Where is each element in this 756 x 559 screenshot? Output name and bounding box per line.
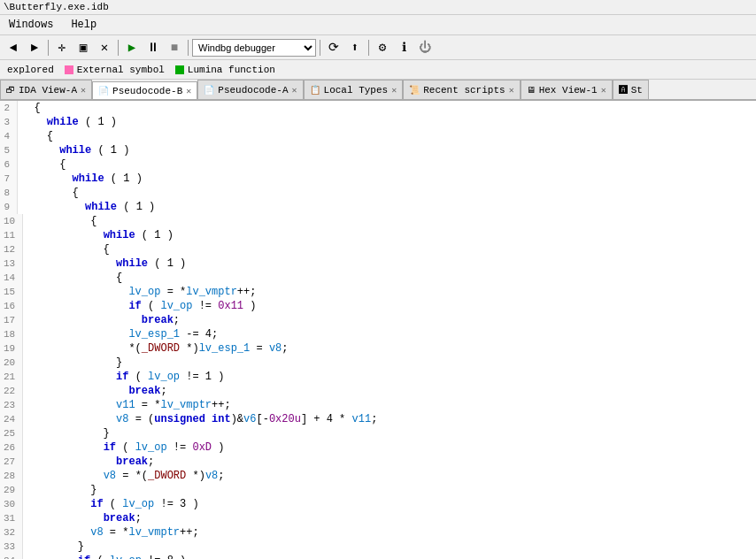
line-number: 2 — [0, 101, 18, 115]
line-number: 6 — [0, 157, 18, 172]
tab-local-types-icon: 📋 — [310, 85, 320, 96]
legend-lumina-function: Lumina function — [175, 65, 275, 75]
debugger-dropdown[interactable]: Windbg debugger — [192, 39, 316, 57]
line-content: while ( 1 ) — [18, 172, 143, 186]
toolbar-sep-2 — [118, 40, 119, 56]
tab-pseudocode-b[interactable]: 📄 Pseudocode-B ✕ — [92, 81, 197, 101]
tab-hex-view-1[interactable]: 🖥 Hex View-1 ✕ — [521, 80, 613, 99]
table-row: 29 } — [0, 483, 756, 497]
menu-help[interactable]: Help — [66, 17, 102, 33]
table-row: 8 { — [0, 186, 756, 200]
menu-windows[interactable]: Windows — [4, 17, 58, 33]
legend-bar: explored External symbol Lumina function — [0, 60, 756, 80]
tab-ida-view-a-close[interactable]: ✕ — [81, 85, 86, 96]
tab-pseudocode-a[interactable]: 📄 Pseudocode-A ✕ — [197, 80, 303, 99]
tab-pseudocode-b-close[interactable]: ✕ — [186, 86, 191, 96]
line-number: 12 — [0, 242, 23, 257]
line-content: } — [23, 356, 122, 370]
line-content: lv_op = *lv_vmptr++; — [23, 285, 256, 299]
table-row: 19 *(_DWORD *)lv_esp_1 = v8; — [0, 341, 756, 356]
line-number: 3 — [0, 115, 18, 129]
line-number: 34 — [0, 554, 23, 559]
line-number: 22 — [0, 384, 23, 398]
line-number: 16 — [0, 299, 23, 313]
line-number: 29 — [0, 483, 23, 497]
line-content: while ( 1 ) — [23, 257, 186, 271]
line-number: 32 — [0, 525, 23, 540]
toolbar-back-btn[interactable]: ◄ — [4, 38, 23, 57]
table-row: 25 } — [0, 426, 756, 440]
line-number: 7 — [0, 172, 18, 186]
toolbar-refresh-btn[interactable]: ⟳ — [324, 38, 343, 57]
tab-recent-scripts-close[interactable]: ✕ — [509, 85, 514, 96]
tab-recent-scripts[interactable]: 📜 Recent scripts ✕ — [403, 80, 520, 99]
line-content: v8 = *(_DWORD *)v8; — [23, 469, 224, 483]
line-number: 28 — [0, 469, 23, 483]
table-row: 10 { — [0, 214, 756, 228]
toolbar-pause-btn[interactable]: ⏸ — [143, 38, 163, 57]
line-number: 30 — [0, 497, 23, 511]
legend-external-symbol-label: External symbol — [77, 65, 165, 75]
title-text: \Butterfly.exe.idb — [4, 2, 109, 12]
title-bar: \Butterfly.exe.idb — [0, 0, 756, 15]
toolbar-export-btn[interactable]: ⬆ — [345, 38, 365, 57]
toolbar-stop-btn[interactable]: ■ — [165, 38, 184, 57]
line-content: { — [23, 214, 96, 228]
line-content: } — [23, 426, 110, 440]
line-content: break; — [23, 313, 180, 327]
toolbar-cursor-btn[interactable]: ✛ — [52, 38, 72, 57]
table-row: 21 if ( lv_op != 1 ) — [0, 370, 756, 384]
line-number: 33 — [0, 540, 23, 554]
line-content: while ( 1 ) — [18, 115, 117, 129]
legend-lumina-function-color — [175, 65, 184, 74]
toolbar-forward-btn[interactable]: ► — [25, 38, 44, 57]
tab-hex-view-1-label: Hex View-1 — [539, 85, 598, 96]
table-row: 16 if ( lv_op != 0x11 ) — [0, 299, 756, 313]
toolbar-power-btn[interactable]: ⏻ — [415, 38, 435, 57]
line-number: 11 — [0, 228, 23, 242]
line-number: 17 — [0, 313, 23, 327]
table-row: 18 lv_esp_1 -= 4; — [0, 327, 756, 341]
tab-local-types-close[interactable]: ✕ — [391, 85, 397, 96]
toolbar-sep-1 — [48, 40, 49, 56]
line-number: 19 — [0, 341, 23, 356]
line-content: } — [23, 483, 96, 497]
toolbar-run-btn[interactable]: ▶ — [122, 38, 142, 57]
menu-bar: Windows Help — [0, 15, 756, 35]
tab-local-types[interactable]: 📋 Local Types ✕ — [304, 80, 404, 99]
table-row: 13 while ( 1 ) — [0, 257, 756, 271]
table-row: 7 while ( 1 ) — [0, 172, 756, 186]
table-row: 5 while ( 1 ) — [0, 143, 756, 157]
line-number: 21 — [0, 370, 23, 384]
toolbar-close-btn[interactable]: ✕ — [95, 38, 114, 57]
line-number: 20 — [0, 356, 23, 370]
table-row: 15 lv_op = *lv_vmptr++; — [0, 285, 756, 299]
toolbar-info-btn[interactable]: ℹ — [394, 38, 413, 57]
tab-st[interactable]: 🅰 St — [613, 80, 649, 99]
tab-st-icon: 🅰 — [619, 85, 628, 96]
tab-st-label: St — [631, 85, 643, 96]
line-content: { — [18, 101, 41, 115]
code-area[interactable]: 2 {3 while ( 1 )4 {5 while ( 1 )6 {7 whi… — [0, 101, 756, 559]
table-row: 20 } — [0, 356, 756, 370]
table-row: 32 v8 = *lv_vmptr++; — [0, 525, 756, 540]
toolbar-sep-3 — [188, 40, 189, 56]
line-number: 10 — [0, 214, 23, 228]
table-row: 12 { — [0, 242, 756, 257]
line-number: 18 — [0, 327, 23, 341]
table-row: 31 break; — [0, 511, 756, 525]
table-row: 6 { — [0, 157, 756, 172]
table-row: 2 { — [0, 101, 756, 115]
line-content: while ( 1 ) — [18, 200, 155, 214]
line-content: lv_esp_1 -= 4; — [23, 327, 218, 341]
toolbar-settings-btn[interactable]: ⚙ — [373, 38, 392, 57]
line-content: { — [18, 129, 53, 143]
line-content: break; — [23, 384, 166, 398]
toolbar-select-btn[interactable]: ▣ — [73, 38, 93, 57]
table-row: 22 break; — [0, 384, 756, 398]
tab-hex-view-1-close[interactable]: ✕ — [601, 85, 606, 96]
tab-pseudocode-a-label: Pseudocode-A — [218, 85, 288, 96]
table-row: 33 } — [0, 540, 756, 554]
tab-pseudocode-a-close[interactable]: ✕ — [292, 85, 297, 96]
tab-ida-view-a[interactable]: 🗗 IDA View-A ✕ — [0, 80, 92, 99]
